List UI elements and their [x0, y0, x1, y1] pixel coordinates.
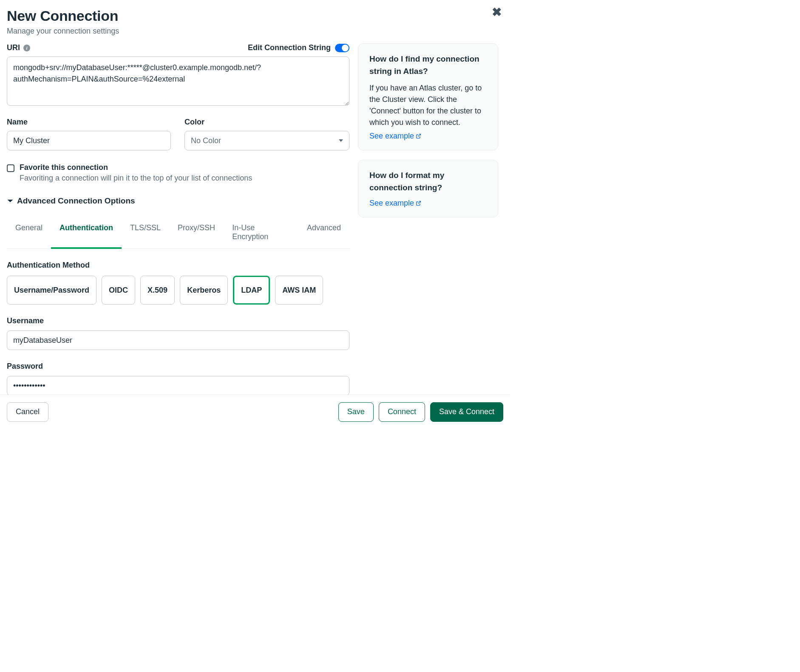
page-subtitle: Manage your connection settings	[7, 27, 503, 36]
auth-method-x509[interactable]: X.509	[140, 276, 175, 305]
password-input[interactable]	[7, 376, 349, 395]
cancel-button[interactable]: Cancel	[7, 402, 48, 422]
auth-method-username-password[interactable]: Username/Password	[7, 276, 96, 305]
favorite-desc: Favoriting a connection will pin it to t…	[20, 174, 252, 183]
info-icon[interactable]: i	[23, 45, 30, 51]
connect-button[interactable]: Connect	[379, 402, 425, 422]
color-label: Color	[184, 118, 349, 127]
uri-input[interactable]	[7, 56, 349, 106]
tab-general[interactable]: General	[7, 217, 51, 249]
tab-in-use-encryption[interactable]: In-Use Encryption	[224, 217, 298, 249]
username-input[interactable]	[7, 330, 349, 350]
caret-down-icon	[339, 139, 343, 142]
save-button[interactable]: Save	[338, 402, 374, 422]
external-link-icon	[416, 133, 421, 139]
uri-label: URI	[7, 43, 20, 52]
auth-method-ldap[interactable]: LDAP	[233, 276, 270, 305]
username-label: Username	[7, 316, 349, 325]
tab-advanced[interactable]: Advanced	[298, 217, 349, 249]
auth-method-kerberos[interactable]: Kerberos	[180, 276, 228, 305]
page-title: New Connection	[7, 8, 503, 24]
see-example-label: See example	[369, 199, 414, 208]
chevron-down-icon	[7, 198, 14, 204]
edit-connection-string-label: Edit Connection String	[248, 43, 331, 52]
auth-method-oidc[interactable]: OIDC	[102, 276, 135, 305]
password-label: Password	[7, 362, 349, 371]
tab-tls-ssl[interactable]: TLS/SSL	[122, 217, 169, 249]
tab-proxy-ssh[interactable]: Proxy/SSH	[169, 217, 224, 249]
external-link-icon	[416, 200, 421, 206]
color-select-value: No Color	[191, 136, 221, 145]
see-example-label: See example	[369, 132, 414, 141]
save-connect-button[interactable]: Save & Connect	[430, 402, 503, 422]
help-card-atlas-body: If you have an Atlas cluster, go to the …	[369, 82, 487, 128]
help-card-atlas: How do I find my connection string in At…	[358, 43, 498, 150]
auth-method-aws-iam[interactable]: AWS IAM	[275, 276, 323, 305]
tab-authentication[interactable]: Authentication	[51, 217, 122, 249]
favorite-checkbox[interactable]	[7, 164, 14, 172]
auth-method-label: Authentication Method	[7, 261, 349, 270]
name-input[interactable]	[7, 131, 171, 150]
see-example-link-format[interactable]: See example	[369, 199, 421, 208]
favorite-title: Favorite this connection	[20, 163, 252, 172]
color-select[interactable]: No Color	[184, 131, 349, 150]
name-label: Name	[7, 118, 171, 127]
help-card-format: How do I format my connection string? Se…	[358, 160, 498, 217]
advanced-options-label: Advanced Connection Options	[17, 196, 135, 206]
see-example-link-atlas[interactable]: See example	[369, 132, 421, 141]
advanced-options-toggle[interactable]: Advanced Connection Options	[7, 196, 349, 206]
edit-connection-string-toggle[interactable]	[335, 44, 349, 52]
help-card-atlas-title: How do I find my connection string in At…	[369, 53, 487, 77]
help-card-format-title: How do I format my connection string?	[369, 169, 487, 194]
close-icon[interactable]: ✖	[492, 5, 502, 19]
